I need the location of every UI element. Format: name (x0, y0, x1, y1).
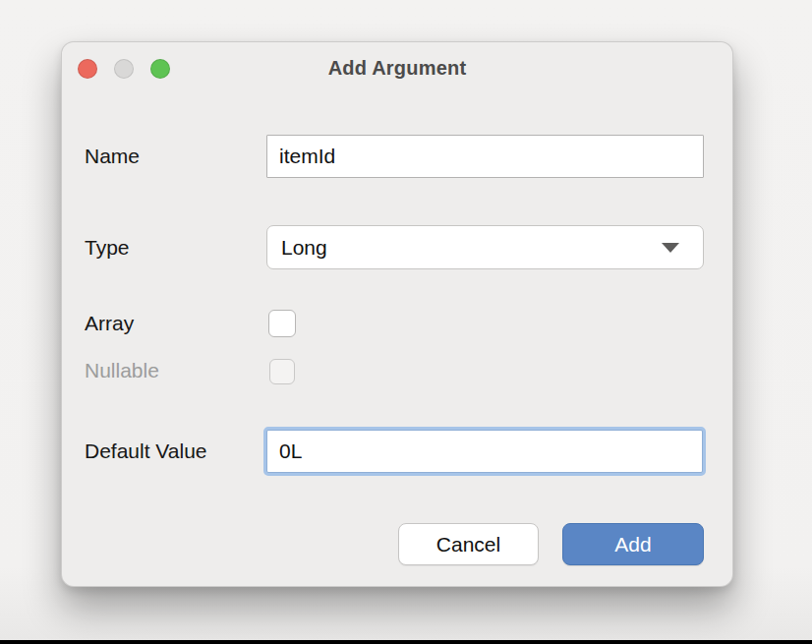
default-value-label: Default Value (85, 427, 207, 476)
type-dropdown-value: Long (281, 236, 662, 260)
default-value-focus-ring (263, 427, 706, 476)
cancel-button[interactable]: Cancel (398, 523, 539, 565)
name-label: Name (85, 135, 140, 178)
add-button[interactable]: Add (562, 523, 704, 565)
dialog-window: Add Argument Name Type Long Array Nullab… (61, 41, 733, 587)
nullable-label: Nullable (85, 358, 159, 383)
name-input[interactable] (266, 135, 704, 178)
screenshot-bottom-border (0, 640, 812, 644)
chevron-down-icon (662, 243, 679, 253)
type-label: Type (85, 225, 130, 269)
array-checkbox[interactable] (268, 310, 296, 337)
default-value-input[interactable] (266, 430, 703, 473)
type-dropdown[interactable]: Long (266, 225, 704, 269)
nullable-checkbox (269, 359, 295, 384)
dialog-titlebar[interactable]: Add Argument (62, 42, 732, 95)
array-label: Array (85, 310, 134, 337)
dialog-title: Add Argument (62, 57, 732, 80)
desktop-background: Add Argument Name Type Long Array Nullab… (0, 0, 812, 644)
